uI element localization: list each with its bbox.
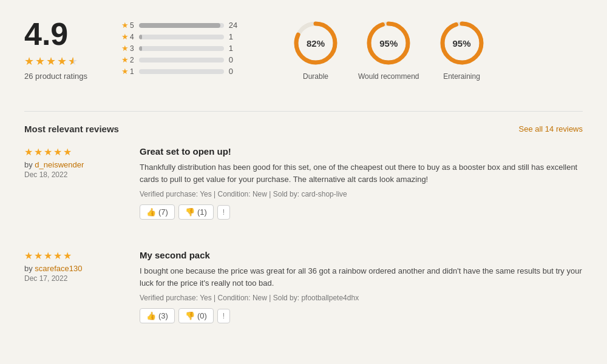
bar-row-5: ★ 5 24: [121, 21, 255, 30]
thumbs-down-btn-review-1[interactable]: 👎 (1): [178, 204, 214, 220]
gauge-circle-entertaining: 95%: [438, 19, 486, 67]
gauge-label-recommend: Would recommend: [358, 72, 419, 81]
star-4: ★: [57, 55, 67, 68]
bar-track-5: [139, 23, 224, 28]
thumbs-up-btn-review-2[interactable]: 👍 (3): [140, 308, 175, 323]
review-text-review-1: Thankfully distribution has been good fo…: [140, 161, 583, 185]
flag-btn-review-1[interactable]: !: [217, 205, 230, 220]
bar-track-4: [139, 35, 224, 39]
star-5-half: ★ ★: [68, 55, 78, 68]
gauge-label-durable: Durable: [303, 72, 328, 81]
thumbs-up-btn-review-1[interactable]: 👍 (7): [140, 204, 175, 220]
review-star-review-1-3: ★: [44, 146, 52, 158]
flag-btn-review-2[interactable]: !: [217, 309, 230, 323]
review-meta-review-2: ★★★★★ by scareface130 Dec 17, 2022: [24, 250, 121, 323]
bar-fill-5: [139, 23, 220, 28]
big-score: 4.9: [24, 18, 97, 50]
review-author-link-review-1[interactable]: d_neiswender: [35, 160, 84, 169]
review-star-review-1-2: ★: [34, 146, 42, 158]
review-title-review-1: Great set to open up!: [140, 146, 583, 157]
review-actions-review-2: 👍 (3) 👎 (0) !: [140, 308, 583, 323]
flag-icon-review-2: !: [223, 312, 225, 320]
star-1: ★: [24, 55, 34, 68]
gauge-label-entertaining: Enteraining: [443, 72, 480, 81]
review-star-review-1-4: ★: [53, 146, 62, 158]
review-content-review-2: My second pack I bought one because the …: [140, 250, 583, 323]
thumbs-down-icon-review-2: 👎: [185, 311, 195, 320]
review-star-review-2-2: ★: [34, 250, 42, 261]
bar-star-2: ★ 2: [121, 55, 134, 64]
review-star-review-1-5: ★: [63, 146, 72, 158]
bar-track-2: [139, 58, 224, 62]
thumbs-up-icon-review-2: 👍: [146, 311, 156, 320]
bar-star-3: ★ 3: [121, 44, 134, 53]
bar-row-3: ★ 3 1: [121, 44, 255, 53]
review-author-link-review-2[interactable]: scareface130: [35, 264, 82, 273]
star-breakdown: ★ 5 24 ★ 4 1 ★ 3 1 ★ 2 0: [121, 21, 255, 78]
thumbs-down-icon-review-1: 👎: [185, 207, 195, 217]
bar-row-4: ★ 4 1: [121, 32, 255, 41]
review-star-review-2-4: ★: [53, 250, 62, 261]
thumbs-down-btn-review-2[interactable]: 👎 (0): [178, 308, 214, 323]
thumbs-down-count-review-2: (0): [197, 311, 207, 320]
bar-star-4: ★ 4: [121, 32, 134, 41]
review-verified-review-2: Verified purchase: Yes | Condition: New …: [140, 294, 583, 302]
review-content-review-1: Great set to open up! Thankfully distrib…: [140, 146, 583, 220]
gauge-text-recommend: 95%: [379, 38, 398, 48]
bar-track-3: [139, 46, 224, 51]
divider: [24, 111, 583, 112]
gauge-text-durable: 82%: [307, 38, 325, 48]
review-verified-review-1: Verified purchase: Yes | Condition: New …: [140, 190, 583, 198]
review-star-review-2-3: ★: [44, 250, 52, 261]
bar-count-2: 0: [229, 55, 241, 64]
gauges-container: 82% Durable 95% Would recommend 95% Ente…: [291, 19, 486, 81]
ratings-count: 26 product ratings: [24, 72, 97, 81]
review-author-review-1: by d_neiswender: [24, 160, 121, 169]
reviews-list: ★★★★★ by d_neiswender Dec 18, 2022 Great…: [24, 146, 583, 335]
reviews-header: Most relevant reviews See all 14 reviews: [24, 124, 583, 134]
overall-score-block: 4.9 ★ ★ ★ ★ ★ ★ 26 product ratings: [24, 18, 97, 81]
gauge-circle-durable: 82%: [291, 19, 340, 67]
overall-stars: ★ ★ ★ ★ ★ ★: [24, 55, 97, 68]
review-meta-review-1: ★★★★★ by d_neiswender Dec 18, 2022: [24, 146, 121, 220]
review-stars-review-2: ★★★★★: [24, 250, 121, 261]
review-text-review-2: I bought one because the price was great…: [140, 265, 583, 289]
gauge-circle-recommend: 95%: [364, 19, 413, 67]
see-all-link[interactable]: See all 14 reviews: [519, 124, 583, 133]
gauge-durable: 82% Durable: [291, 19, 340, 81]
bar-track-1: [139, 69, 224, 74]
bar-fill-4: [139, 35, 143, 39]
reviews-heading: Most relevant reviews: [24, 124, 119, 134]
bar-fill-3: [139, 46, 143, 51]
bar-count-4: 1: [229, 32, 241, 41]
review-author-review-2: by scareface130: [24, 264, 121, 273]
gauge-recommend: 95% Would recommend: [358, 19, 419, 81]
bar-star-1: ★ 1: [121, 67, 134, 76]
review-review-2: ★★★★★ by scareface130 Dec 17, 2022 My se…: [24, 250, 583, 335]
review-date-review-1: Dec 18, 2022: [24, 170, 121, 179]
thumbs-down-count-review-1: (1): [197, 207, 207, 217]
gauge-text-entertaining: 95%: [452, 38, 470, 48]
star-3: ★: [46, 55, 56, 68]
review-star-review-2-5: ★: [63, 250, 72, 261]
flag-icon-review-1: !: [223, 208, 225, 217]
bar-row-2: ★ 2 0: [121, 55, 255, 64]
rating-summary: 4.9 ★ ★ ★ ★ ★ ★ 26 product ratings ★ 5 2…: [24, 18, 583, 93]
thumbs-up-count-review-2: (3): [158, 311, 168, 320]
gauge-entertaining: 95% Enteraining: [438, 19, 486, 81]
review-star-review-2-1: ★: [24, 250, 33, 261]
review-date-review-2: Dec 17, 2022: [24, 274, 121, 283]
review-stars-review-1: ★★★★★: [24, 146, 121, 158]
bar-count-5: 24: [229, 21, 241, 30]
review-review-1: ★★★★★ by d_neiswender Dec 18, 2022 Great…: [24, 146, 583, 232]
thumbs-up-icon-review-1: 👍: [146, 207, 156, 217]
bar-row-1: ★ 1 0: [121, 67, 255, 76]
bar-count-3: 1: [229, 44, 241, 53]
review-star-review-1-1: ★: [24, 146, 33, 158]
thumbs-up-count-review-1: (7): [158, 207, 168, 217]
bar-star-5: ★ 5: [121, 21, 134, 30]
review-actions-review-1: 👍 (7) 👎 (1) !: [140, 204, 583, 220]
review-title-review-2: My second pack: [140, 250, 583, 260]
star-2: ★: [35, 55, 45, 68]
bar-count-1: 0: [229, 67, 241, 76]
